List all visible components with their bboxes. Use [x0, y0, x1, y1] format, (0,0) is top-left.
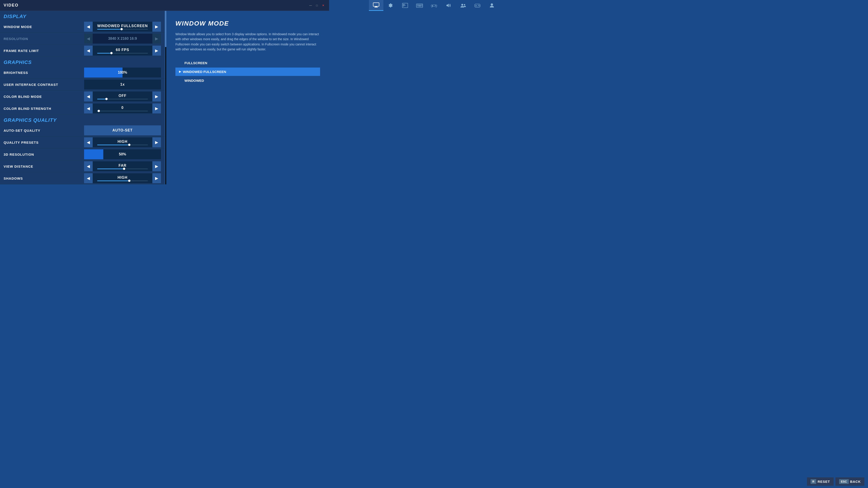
frame-rate-slider [97, 53, 148, 54]
title-bar-left: VIDEO [4, 3, 19, 8]
option-windowed-fullscreen[interactable]: WINDOWED FULLSCREEN [176, 68, 320, 76]
setting-label-3d-resolution: 3D RESOLUTION [4, 153, 84, 156]
view-distance-fill [97, 168, 125, 169]
shadows-slider [97, 181, 148, 181]
window-mode-dot [121, 28, 123, 30]
setting-control-window-mode: ◀ WINDOWED FULLSCREEN ▶ [84, 22, 161, 32]
frame-rate-right-arrow[interactable]: ▶ [152, 46, 161, 56]
quality-presets-value: HIGH [93, 137, 152, 147]
ui-contrast-value: 1x [84, 79, 161, 90]
setting-control-color-blind-mode: ◀ OFF ▶ [84, 92, 161, 101]
view-distance-right-arrow[interactable]: ▶ [152, 161, 161, 171]
frame-rate-value: 60 FPS [93, 46, 152, 56]
window-mode-slider [97, 29, 148, 30]
color-blind-strength-left-arrow[interactable]: ◀ [84, 103, 93, 113]
resolution-text: 3840 X 2160 16:9 [108, 37, 137, 41]
maximize-button[interactable]: □ [315, 4, 319, 7]
section-graphics: GRAPHICS [0, 57, 164, 67]
setting-label-resolution: RESOLUTION [4, 37, 84, 41]
color-blind-strength-slider [97, 111, 148, 111]
shadows-right-arrow[interactable]: ▶ [152, 173, 161, 183]
window-mode-value: WINDOWED FULLSCREEN [93, 22, 152, 32]
shadows-left-arrow[interactable]: ◀ [84, 173, 93, 183]
quality-presets-right-arrow[interactable]: ▶ [152, 137, 161, 147]
section-display: DISPLAY [0, 11, 164, 21]
frame-rate-text: 60 FPS [116, 48, 129, 52]
setting-row-view-distance: VIEW DISTANCE ◀ FAR ▶ [0, 160, 164, 172]
color-blind-mode-left-arrow[interactable]: ◀ [84, 92, 93, 101]
window-mode-right-arrow[interactable]: ▶ [152, 22, 161, 32]
scroll-thumb[interactable] [165, 11, 166, 47]
setting-control-shadows: ◀ HIGH ▶ [84, 173, 161, 183]
setting-control-3d-resolution: 50% [84, 149, 161, 159]
scrollbar[interactable] [165, 11, 166, 184]
setting-control-frame-rate: ◀ 60 FPS ▶ [84, 46, 161, 56]
setting-row-shadows: SHADOWS ◀ HIGH ▶ [0, 172, 164, 184]
setting-control-quality-presets: ◀ HIGH ▶ [84, 137, 161, 147]
close-button[interactable]: ✕ [321, 4, 326, 7]
shadows-value: HIGH [93, 173, 152, 183]
quality-presets-text: HIGH [118, 140, 127, 144]
setting-row-ui-contrast: USER INTERFACE CONTRAST 1x [0, 78, 164, 91]
setting-label-ui-contrast: USER INTERFACE CONTRAST [4, 83, 84, 87]
resolution-right-arrow[interactable]: ▶ [152, 34, 161, 43]
setting-label-auto-set: AUTO-SET QUALITY [4, 129, 84, 132]
setting-control-brightness: 100% [84, 68, 161, 77]
detail-panel: WINDOW MODE Window Mode allows you to se… [166, 11, 329, 184]
setting-label-window-mode: WINDOW MODE [4, 25, 84, 29]
setting-label-quality-presets: QUALITY PRESETS [4, 140, 84, 144]
shadows-text: HIGH [118, 175, 127, 180]
resolution-left-arrow[interactable]: ◀ [84, 34, 93, 43]
quality-presets-dot [128, 144, 130, 146]
setting-row-3d-resolution: 3D RESOLUTION 50% [0, 149, 164, 160]
option-windowed-fullscreen-label: WINDOWED FULLSCREEN [183, 70, 226, 74]
color-blind-mode-right-arrow[interactable]: ▶ [152, 92, 161, 101]
setting-label-brightness: BRIGHTNESS [4, 71, 84, 74]
color-blind-strength-dot [98, 110, 100, 112]
setting-row-color-blind-strength: COLOR BLIND STRENGTH ◀ 0 ▶ [0, 103, 164, 115]
settings-panel: DISPLAY WINDOW MODE ◀ WINDOWED FULLSCREE… [0, 11, 165, 184]
view-distance-text: FAR [119, 164, 127, 168]
setting-label-frame-rate: FRAME RATE LIMIT [4, 49, 84, 53]
setting-control-color-blind-strength: ◀ 0 ▶ [84, 103, 161, 113]
color-blind-strength-right-arrow[interactable]: ▶ [152, 103, 161, 113]
window-mode-fill [97, 29, 123, 30]
setting-control-resolution: ◀ 3840 X 2160 16:9 ▶ [84, 34, 161, 43]
option-windowed-label: WINDOWED [184, 78, 204, 83]
setting-control-auto-set: AUTO-SET [84, 125, 161, 135]
setting-label-view-distance: VIEW DISTANCE [4, 164, 84, 168]
shadows-dot [128, 180, 130, 182]
window-mode-text: WINDOWED FULLSCREEN [97, 24, 148, 28]
setting-row-frame-rate: FRAME RATE LIMIT ◀ 60 FPS ▶ [0, 45, 164, 57]
detail-description: Window Mode allows you to select from 3 … [176, 32, 320, 52]
3d-resolution-text: 50% [119, 152, 126, 156]
setting-row-brightness: BRIGHTNESS 100% [0, 67, 164, 78]
color-blind-mode-dot [105, 98, 107, 100]
setting-label-color-blind-strength: COLOR BLIND STRENGTH [4, 107, 84, 110]
auto-set-button[interactable]: AUTO-SET [84, 125, 161, 135]
title-bar: VIDEO [0, 0, 329, 11]
option-windowed[interactable]: WINDOWED [176, 76, 320, 85]
setting-row-window-mode: WINDOW MODE ◀ WINDOWED FULLSCREEN ▶ [0, 21, 164, 33]
quality-presets-left-arrow[interactable]: ◀ [84, 137, 93, 147]
window-mode-left-arrow[interactable]: ◀ [84, 22, 93, 32]
title-bar-controls: — □ ✕ [308, 4, 326, 7]
color-blind-strength-text: 0 [121, 106, 124, 110]
option-fullscreen[interactable]: FULLSCREEN [176, 59, 320, 67]
setting-label-shadows: SHADOWS [4, 176, 84, 180]
option-list: FULLSCREEN WINDOWED FULLSCREEN WINDOWED [176, 59, 320, 85]
setting-label-color-blind-mode: COLOR BLIND MODE [4, 95, 84, 98]
frame-rate-left-arrow[interactable]: ◀ [84, 46, 93, 56]
brightness-text: 100% [118, 70, 127, 74]
option-fullscreen-label: FULLSCREEN [184, 61, 207, 65]
color-blind-mode-slider [97, 99, 148, 99]
setting-row-quality-presets: QUALITY PRESETS ◀ HIGH ▶ [0, 136, 164, 149]
color-blind-mode-value: OFF [93, 92, 152, 101]
quality-presets-slider [97, 144, 148, 145]
setting-control-ui-contrast: 1x [84, 79, 161, 90]
view-distance-left-arrow[interactable]: ◀ [84, 161, 93, 171]
setting-row-auto-set: AUTO-SET QUALITY AUTO-SET [0, 125, 164, 136]
frame-rate-dot [110, 52, 113, 54]
minimize-button[interactable]: — [308, 4, 313, 7]
resolution-value: 3840 X 2160 16:9 [93, 34, 152, 43]
